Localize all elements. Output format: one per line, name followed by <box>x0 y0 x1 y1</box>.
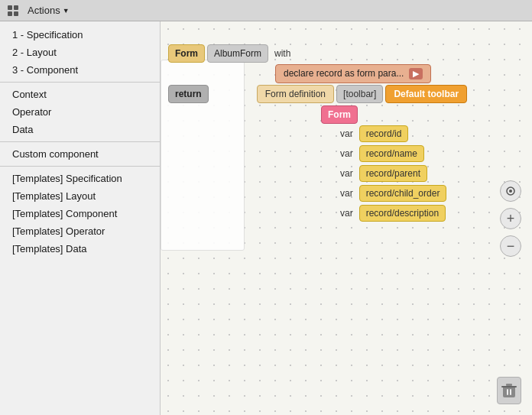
zoom-controls: + − <box>500 180 521 257</box>
block-toolbar-label[interactable]: [toolbar] <box>336 85 383 103</box>
var-row-4: var record/description <box>336 205 467 222</box>
var-name-1[interactable]: record/name <box>359 145 424 162</box>
row-return: return Form definition [toolbar] Default… <box>168 85 467 103</box>
sidebar-item-component[interactable]: 3 - Component <box>0 61 160 79</box>
var-row-3: var record/child_order <box>336 185 467 202</box>
sidebar-item-tpl-data[interactable]: [Templates] Data <box>0 240 160 258</box>
sidebar-item-context[interactable]: Context <box>0 86 160 103</box>
block-return-keyword[interactable]: return <box>168 85 209 103</box>
sidebar-item-layout[interactable]: 2 - Layout <box>0 44 160 61</box>
trash-button[interactable] <box>497 377 521 404</box>
block-default-toolbar[interactable]: Default toolbar <box>385 85 467 103</box>
svg-rect-0 <box>8 5 12 10</box>
sidebar-item-custom[interactable]: Custom component <box>0 145 160 163</box>
var-name-3[interactable]: record/child_order <box>359 185 447 202</box>
minus-icon: − <box>507 239 515 253</box>
sidebar-item-operator[interactable]: Operator <box>0 103 160 121</box>
divider-2 <box>0 141 160 142</box>
var-keyword-4: var <box>336 205 357 222</box>
var-row-2: var record/parent <box>336 165 467 182</box>
sidebar-item-tpl-operator[interactable]: [Templates] Operator <box>0 222 160 240</box>
block-albumform[interactable]: AlbumForm <box>207 44 268 63</box>
canvas[interactable]: Form AlbumForm with declare record as fo… <box>161 21 532 415</box>
block-declare-more: ▶ <box>409 68 423 79</box>
divider-1 <box>0 82 160 83</box>
main-container: 1 - Specification 2 - Layout 3 - Compone… <box>0 21 532 415</box>
svg-rect-2 <box>8 11 12 16</box>
zoom-in-button[interactable]: + <box>500 208 521 229</box>
actions-label: Actions <box>28 5 60 16</box>
svg-rect-7 <box>506 384 512 386</box>
sidebar-item-data[interactable]: Data <box>0 121 160 138</box>
var-keyword-3: var <box>336 185 357 202</box>
sidebar-item-tpl-layout[interactable]: [Templates] Layout <box>0 187 160 205</box>
svg-rect-10 <box>510 389 511 395</box>
zoom-reset-button[interactable] <box>500 180 521 202</box>
sidebar-item-spec[interactable]: 1 - Specification <box>0 26 160 44</box>
var-keyword-2: var <box>336 165 357 182</box>
row-form-pink: Form <box>321 105 467 124</box>
divider-3 <box>0 166 160 167</box>
svg-rect-3 <box>14 11 18 16</box>
app-icon <box>6 4 20 18</box>
var-name-0[interactable]: record/id <box>359 125 409 142</box>
var-keyword-1: var <box>336 145 357 162</box>
var-name-4[interactable]: record/description <box>359 205 446 222</box>
svg-rect-6 <box>503 386 515 397</box>
plus-icon: + <box>507 212 515 225</box>
svg-rect-1 <box>14 5 18 10</box>
svg-rect-8 <box>501 386 517 387</box>
row-declare: declare record as form para... ▶ <box>275 64 467 83</box>
block-declare[interactable]: declare record as form para... ▶ <box>275 64 431 83</box>
svg-rect-9 <box>507 389 508 395</box>
var-name-2[interactable]: record/parent <box>359 165 427 182</box>
actions-button[interactable]: Actions ▼ <box>24 3 73 18</box>
sidebar-item-tpl-component[interactable]: [Templates] Component <box>0 205 160 222</box>
block-form-pink[interactable]: Form <box>321 105 358 124</box>
row-form-header: Form AlbumForm with <box>168 44 467 63</box>
var-row-1: var record/name <box>336 145 467 162</box>
toolbar: Actions ▼ <box>0 0 532 21</box>
block-form-definition[interactable]: Form definition <box>257 85 334 103</box>
sidebar: 1 - Specification 2 - Layout 3 - Compone… <box>0 21 161 415</box>
dropdown-arrow-icon: ▼ <box>63 7 70 15</box>
zoom-out-button[interactable]: − <box>500 235 521 257</box>
blocks-wrapper: Form AlbumForm with declare record as fo… <box>168 44 467 223</box>
sidebar-item-tpl-spec[interactable]: [Templates] Specification <box>0 170 160 187</box>
var-row-0: var record/id <box>336 125 467 142</box>
vars-indent-group: var record/id var record/name var record… <box>336 125 467 223</box>
svg-point-5 <box>509 190 512 193</box>
block-with-keyword: with <box>271 45 294 62</box>
var-keyword-0: var <box>336 125 357 142</box>
block-form-keyword[interactable]: Form <box>168 44 205 63</box>
form-vars-group: Form var record/id var record/name var r… <box>321 105 467 223</box>
